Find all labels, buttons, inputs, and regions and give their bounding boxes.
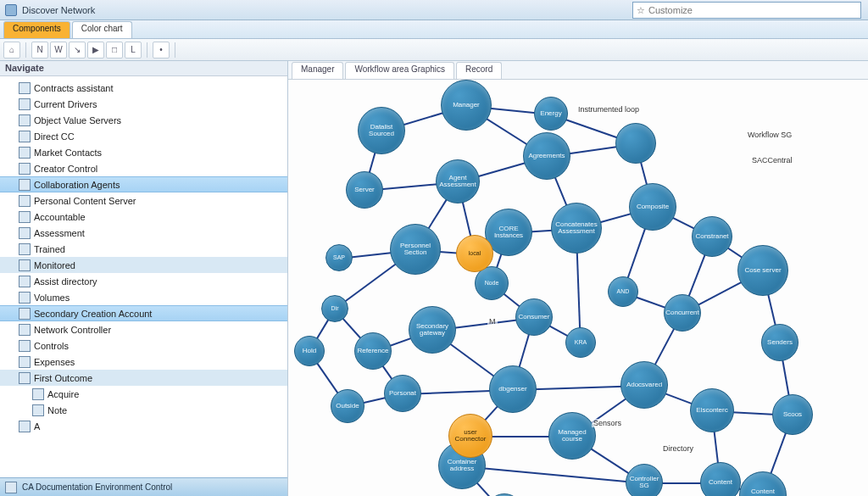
- graph-node[interactable]: Secondary gateway: [409, 306, 456, 354]
- graph-node[interactable]: Managed course: [548, 412, 596, 460]
- network-graph[interactable]: Datalist SourcedManagerServerAgent Asses…: [288, 80, 868, 496]
- tree-item-label: Direct CC: [34, 131, 75, 142]
- graph-node[interactable]: Concurrent: [664, 294, 701, 332]
- tab-color-chart[interactable]: Color chart: [72, 21, 132, 38]
- tree-item-icon: [19, 340, 31, 352]
- view-tab-record[interactable]: Record: [456, 62, 502, 79]
- tree-item[interactable]: A: [0, 418, 287, 434]
- graph-node[interactable]: Server: [346, 171, 383, 209]
- tree-item[interactable]: Contracts assistant: [0, 80, 287, 96]
- graph-node[interactable]: SAP: [326, 244, 353, 271]
- tool-l[interactable]: L: [125, 42, 142, 59]
- graph-free-label: Workflow SG: [746, 131, 793, 139]
- window-titlebar: Discover Network ☆ Customize: [0, 0, 868, 20]
- tree-item-icon: [19, 98, 31, 110]
- view-tab-manager[interactable]: Manager: [292, 62, 343, 79]
- graph-node[interactable]: Dir: [321, 295, 348, 322]
- graph-node[interactable]: Scoos: [772, 394, 813, 435]
- tree-item-icon: [19, 147, 31, 159]
- graph-node[interactable]: Content Register: [739, 471, 787, 496]
- tree-item-label: Accountable: [34, 212, 86, 222]
- graph-node[interactable]: AND: [608, 276, 638, 307]
- tree-item[interactable]: Creator Control: [0, 160, 287, 176]
- tool-rect-icon[interactable]: □: [106, 42, 123, 59]
- tool-home-icon[interactable]: ⌂: [3, 42, 20, 59]
- graph-node[interactable]: Energy: [534, 97, 568, 131]
- tool-arrow-icon[interactable]: ↘: [69, 42, 86, 59]
- view-tab-workflow[interactable]: Workflow area Graphics: [345, 62, 454, 79]
- graph-node[interactable]: dbgenser: [489, 365, 537, 413]
- tree-item-icon: [19, 292, 31, 304]
- tree-view[interactable]: Contracts assistantCurrent DriversObject…: [0, 76, 287, 437]
- tree-item[interactable]: Current Drivers: [0, 96, 287, 112]
- tree-item-icon: [19, 179, 31, 191]
- tree-item-icon: [19, 227, 31, 239]
- tree-item-label: Note: [47, 405, 67, 415]
- tool-n[interactable]: N: [31, 42, 48, 59]
- window-title: Discover Network: [22, 5, 95, 15]
- graph-node[interactable]: [615, 123, 656, 164]
- tree-item-label: Collaboration Agents: [34, 180, 120, 190]
- graph-node[interactable]: Concatenates Assessment: [551, 203, 602, 254]
- tree-item-label: Acquire: [47, 389, 79, 399]
- tree-item[interactable]: Personal Content Server: [0, 192, 287, 209]
- tree-item-label: Secondary Creation Account: [34, 309, 152, 319]
- tree-item[interactable]: Direct CC: [0, 128, 287, 144]
- view-tab-strip: Manager Workflow area Graphics Record: [288, 61, 868, 80]
- graph-node[interactable]: Agreements: [523, 132, 570, 180]
- tree-item[interactable]: Assist directory: [0, 273, 287, 289]
- tree-item[interactable]: Secondary Creation Account: [0, 305, 287, 321]
- graph-node[interactable]: Composite: [629, 183, 676, 231]
- graph-node[interactable]: Constranet: [692, 216, 732, 257]
- graph-node[interactable]: Personnel Section: [390, 224, 441, 275]
- graph-node[interactable]: Reference: [354, 332, 392, 370]
- tree-item[interactable]: Object Value Servers: [0, 112, 287, 128]
- graph-node[interactable]: Datalist Sourced: [358, 107, 405, 154]
- tool-play-icon[interactable]: ▶: [87, 42, 104, 59]
- tree-item-icon: [19, 195, 31, 207]
- tree-item-label: Monitored: [34, 260, 75, 270]
- tab-components[interactable]: Components: [3, 21, 70, 38]
- graph-node[interactable]: Elsconterc: [690, 388, 734, 432]
- tool-dot-icon[interactable]: •: [153, 42, 170, 59]
- graph-node[interactable]: Agent Assessment: [436, 159, 480, 203]
- graph-node[interactable]: Porsonat: [384, 375, 421, 412]
- graph-node[interactable]: Controller SG: [626, 464, 663, 496]
- tree-item-icon: [19, 131, 31, 142]
- tree-item[interactable]: Note: [0, 402, 287, 418]
- tree-item[interactable]: Acquire: [0, 386, 287, 402]
- graph-node[interactable]: Outside: [331, 389, 364, 423]
- tree-item[interactable]: Network Controller: [0, 321, 287, 337]
- graph-node[interactable]: Content: [700, 462, 741, 496]
- tab-label: Color chart: [81, 24, 123, 33]
- tree-item[interactable]: Market Contacts: [0, 144, 287, 160]
- tree-item-label: Network Controller: [34, 325, 111, 335]
- tree-item[interactable]: Volumes: [0, 289, 287, 305]
- graph-free-label: M: [487, 317, 498, 326]
- graph-node[interactable]: Consumer: [515, 298, 553, 336]
- graph-node[interactable]: Manager: [441, 80, 492, 131]
- graph-node[interactable]: Senders: [761, 324, 798, 361]
- graph-node-highlight[interactable]: user Connector: [448, 414, 492, 458]
- tree-item[interactable]: Monitored: [0, 257, 287, 273]
- tree-item-label: Market Contacts: [34, 148, 102, 158]
- graph-free-label: Sensors: [592, 419, 623, 427]
- tree-item[interactable]: Assessment: [0, 225, 287, 241]
- tree-item[interactable]: Trained: [0, 241, 287, 257]
- tree-item[interactable]: First Outcome: [0, 370, 287, 386]
- tool-w[interactable]: W: [50, 42, 67, 59]
- tree-item-label: Volumes: [34, 293, 70, 303]
- sidebar-footer-label: CA Documentation Environment Control: [22, 482, 172, 492]
- tree-item[interactable]: Accountable: [0, 209, 287, 225]
- tree-item[interactable]: Expenses: [0, 354, 287, 370]
- search-input[interactable]: ☆ Customize: [632, 2, 861, 19]
- graph-node[interactable]: Hold: [294, 336, 325, 366]
- graph-node[interactable]: Cose server: [737, 245, 788, 296]
- tree-item[interactable]: Collaboration Agents: [0, 176, 287, 192]
- graph-node[interactable]: Adocsvared: [620, 361, 668, 409]
- tree-item-icon: [19, 356, 31, 368]
- sidebar-footer-bar[interactable]: CA Documentation Environment Control: [0, 477, 287, 496]
- tree-item[interactable]: Controls: [0, 337, 287, 354]
- graph-node-highlight[interactable]: local: [456, 235, 493, 272]
- graph-node[interactable]: KRA: [565, 327, 596, 358]
